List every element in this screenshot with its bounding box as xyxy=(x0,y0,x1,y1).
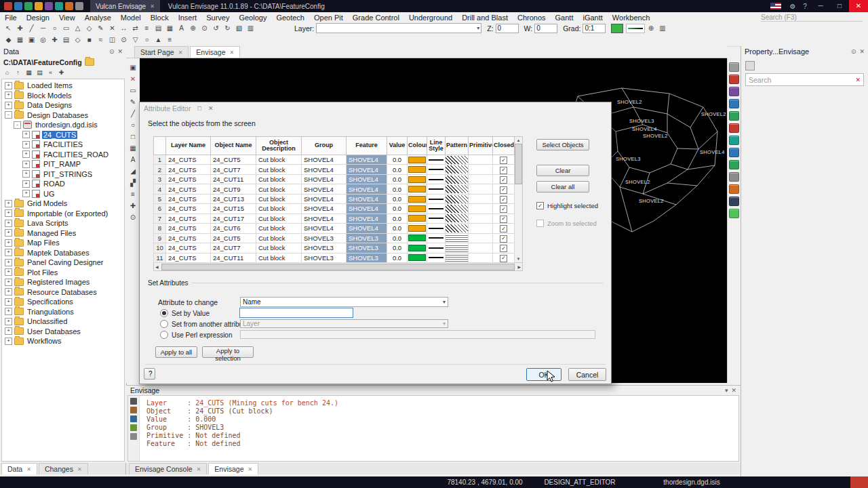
cell-value[interactable]: 0.0 xyxy=(387,243,408,253)
tab-close-icon[interactable]: ✕ xyxy=(178,49,183,56)
expand-icon[interactable]: + xyxy=(5,229,12,237)
tree-item-design-databases[interactable]: -Design Databases xyxy=(2,110,124,121)
column-header-object-name[interactable]: Object Name xyxy=(211,137,256,155)
block-tool-icon[interactable] xyxy=(729,148,739,157)
cell-primitive[interactable] xyxy=(469,165,493,174)
snap-icon[interactable]: ⊙ xyxy=(127,213,138,223)
closed-checkbox[interactable]: ✓ xyxy=(500,157,507,164)
cell-layer-name[interactable]: 24_CUTS xyxy=(166,155,211,165)
cell-group[interactable]: SHOVEL3 xyxy=(302,253,347,262)
cell-line-style[interactable] xyxy=(427,253,446,262)
cell-feature[interactable]: SHOVEL3 xyxy=(347,233,387,243)
cell-colour[interactable] xyxy=(408,253,427,262)
expand-icon[interactable]: + xyxy=(5,259,12,266)
cell-group[interactable]: SHOVEL4 xyxy=(302,155,347,165)
tab-close-icon[interactable]: ✕ xyxy=(248,466,253,472)
cell-object-name[interactable]: 24_CUT17 xyxy=(211,214,256,223)
checkbox-icon[interactable]: ✓ xyxy=(536,202,544,209)
objects-table[interactable]: Layer NameObject NameObject DescriptionG… xyxy=(153,136,515,263)
tree-item-ug[interactable]: +UG xyxy=(2,189,124,199)
panel-tab-changes[interactable]: Changes✕ xyxy=(39,463,88,474)
cell-group[interactable]: SHOVEL4 xyxy=(302,224,347,233)
dialog-titlebar[interactable]: Attribute Editor □ ✕ xyxy=(140,102,611,115)
menu-open-pit[interactable]: Open Pit xyxy=(309,14,348,22)
cell-value[interactable]: 0.0 xyxy=(387,204,408,214)
cell-object-name[interactable]: 24_CUT9 xyxy=(211,184,256,194)
cell-line-style[interactable] xyxy=(427,204,446,214)
layers-icon[interactable] xyxy=(130,415,137,422)
cell-pattern[interactable] xyxy=(446,224,469,233)
cell-layer-name[interactable]: 24_CUTS xyxy=(166,224,211,233)
cell-group[interactable]: SHOVEL4 xyxy=(302,174,347,184)
gantt-app-icon[interactable] xyxy=(65,2,73,10)
table-vertical-scrollbar[interactable]: ▲ ▼ xyxy=(515,136,523,263)
column-header-layer-name[interactable]: Layer Name xyxy=(166,137,211,155)
cell-index[interactable]: 9 xyxy=(154,233,166,243)
delete-icon[interactable]: ✕ xyxy=(127,75,138,85)
cell-closed[interactable]: ✓ xyxy=(493,224,515,233)
measure-tool-icon[interactable] xyxy=(729,172,739,182)
camera-icon[interactable] xyxy=(130,398,137,405)
redo-icon[interactable]: ↻ xyxy=(222,24,233,33)
property-search-input[interactable]: Search ✕ xyxy=(745,73,864,86)
plot-app-icon[interactable] xyxy=(35,2,43,10)
tree-item-block-models[interactable]: +Block Models xyxy=(2,91,124,101)
rectangle-icon[interactable]: ▭ xyxy=(61,24,71,33)
window-icon[interactable]: ◫ xyxy=(107,35,117,45)
menu-survey[interactable]: Survey xyxy=(201,14,234,22)
cell-colour[interactable] xyxy=(408,204,427,214)
expand-icon[interactable]: + xyxy=(5,268,12,276)
cell-pattern[interactable] xyxy=(446,253,469,262)
table-row[interactable]: 724_CUTS24_CUT17Cut blockSHOVEL4SHOVEL40… xyxy=(154,214,515,223)
cell-group[interactable]: SHOVEL4 xyxy=(302,165,347,174)
cell-line-style[interactable] xyxy=(427,155,446,165)
select-objects-button[interactable]: Select Objects xyxy=(536,139,589,150)
cell-feature[interactable]: SHOVEL4 xyxy=(347,165,387,174)
apply-to-all-button[interactable]: Apply to all xyxy=(155,346,197,358)
cell-index[interactable]: 3 xyxy=(154,174,166,184)
scroll-thumb[interactable] xyxy=(161,264,515,270)
cell-feature[interactable]: SHOVEL4 xyxy=(347,155,387,165)
tree-item-triangulations[interactable]: +Triangulations xyxy=(2,307,124,317)
surface-tool-icon[interactable] xyxy=(729,111,739,121)
up-icon[interactable]: ↑ xyxy=(14,68,22,77)
rectangle-icon[interactable]: □ xyxy=(127,132,138,142)
tree-item-lava-scripts[interactable]: +Lava Scripts xyxy=(2,218,124,228)
table-row[interactable]: 624_CUTS24_CUT15Cut blockSHOVEL4SHOVEL40… xyxy=(154,204,515,214)
text-icon[interactable]: A xyxy=(127,155,138,165)
chevron-down-icon[interactable]: ▾ xyxy=(725,387,728,394)
layers-icon[interactable]: ▤ xyxy=(61,35,71,45)
info-icon[interactable] xyxy=(130,433,137,440)
chronos-app-icon[interactable] xyxy=(55,2,63,10)
polygon-icon[interactable]: ◇ xyxy=(84,24,94,33)
cell-pattern[interactable] xyxy=(446,194,469,203)
closed-checkbox[interactable]: ✓ xyxy=(500,205,507,213)
circle-icon[interactable]: ○ xyxy=(50,24,60,33)
help-button[interactable]: ? xyxy=(144,368,155,380)
tree-item-managed-files[interactable]: +Managed Files xyxy=(2,228,124,239)
tree-item-resource-databases[interactable]: +Resource Databases xyxy=(2,287,124,298)
list-view-icon[interactable]: ▤ xyxy=(35,68,44,77)
cell-group[interactable]: SHOVEL4 xyxy=(302,184,347,194)
menu-model[interactable]: Model xyxy=(116,14,146,22)
hatch-dense-icon[interactable]: ▦ xyxy=(165,24,175,33)
tree-item-unclassified[interactable]: +Unclassified xyxy=(2,317,124,327)
tab-start-page[interactable]: Start Page✕ xyxy=(134,46,189,58)
tab-close-icon[interactable]: ✕ xyxy=(26,466,31,472)
down-icon[interactable]: ▽ xyxy=(130,35,140,45)
cell-value[interactable]: 0.0 xyxy=(387,214,408,223)
expand-icon[interactable]: + xyxy=(5,288,12,296)
cell-value[interactable]: 0.0 xyxy=(387,233,408,243)
panel-close-icon[interactable]: ✕ xyxy=(117,48,123,55)
grid-view-icon[interactable]: ▦ xyxy=(24,68,33,77)
cell-colour[interactable] xyxy=(408,165,427,174)
scroll-up-icon[interactable]: ▲ xyxy=(515,137,522,144)
cell-value[interactable]: 0.0 xyxy=(387,165,408,174)
scroll-right-icon[interactable]: ▶ xyxy=(516,263,522,270)
text-icon[interactable] xyxy=(130,424,137,431)
cell-value[interactable]: 0.0 xyxy=(387,174,408,184)
cancel-button[interactable]: Cancel xyxy=(568,368,606,381)
tree-item-data-designs[interactable]: +Data Designs xyxy=(2,100,124,110)
cell-value[interactable]: 0.0 xyxy=(387,253,408,262)
menu-geology[interactable]: Geology xyxy=(234,14,271,22)
